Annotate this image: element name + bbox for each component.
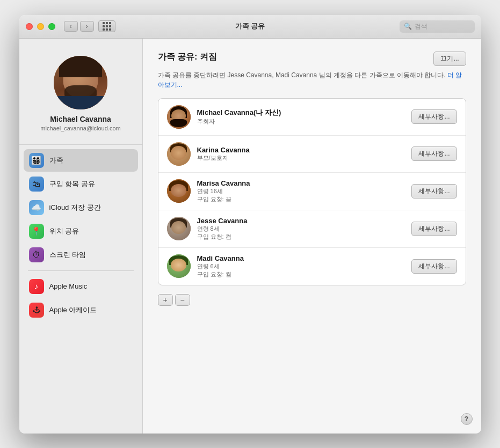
music-icon: ♪ [29, 279, 44, 294]
search-placeholder: 검색 [415, 22, 427, 31]
grid-icon [103, 22, 111, 31]
member-info-marisa: Marisa Cavanna 연령 16세 구입 요청: 끔 [197, 179, 412, 203]
turn-off-button[interactable]: 끄기... [433, 52, 466, 66]
bottom-controls: + − [158, 294, 466, 306]
details-button-jesse[interactable]: 세부사항... [411, 222, 456, 236]
member-name-madi: Madi Cavanna [197, 254, 412, 262]
member-avatar-jesse [167, 217, 191, 240]
details-button-madi[interactable]: 세부사항... [411, 259, 456, 274]
member-sub-jesse: 구입 요청: 켬 [197, 233, 412, 241]
member-role-michael: 주최자 [197, 117, 412, 126]
sidebar-label-family: 가족 [49, 156, 63, 165]
purchase-icon: 🛍 [29, 177, 44, 192]
traffic-lights [26, 23, 55, 30]
member-row-marisa: Marisa Cavanna 연령 16세 구입 요청: 끔 세부사항... [158, 173, 466, 210]
sidebar-item-icloud[interactable]: ☁️ iCloud 저장 공간 [24, 196, 138, 219]
back-icon: ‹ [70, 23, 72, 30]
member-name-marisa: Marisa Cavanna [197, 179, 412, 187]
add-member-button[interactable]: + [158, 294, 173, 306]
sidebar-item-location[interactable]: 📍 위치 공유 [24, 220, 138, 243]
main-window: ‹ › 가족 공유 🔍 검색 [19, 15, 481, 434]
sidebar-item-arcade[interactable]: 🕹 Apple 아케이드 [24, 299, 138, 321]
member-role-marisa: 연령 16세 [197, 187, 412, 195]
sidebar: Michael Cavanna michael_cavanna@icloud.c… [19, 39, 143, 434]
profile-name: Michael Cavanna [50, 115, 111, 123]
details-button-karina[interactable]: 세부사항... [411, 146, 456, 161]
sidebar-item-family[interactable]: 👨‍👩‍👧‍👦 가족 [24, 149, 138, 172]
sidebar-nav-secondary: ♪ Apple Music 🕹 Apple 아케이드 [19, 275, 142, 321]
content-area: Michael Cavanna michael_cavanna@icloud.c… [19, 39, 481, 434]
search-icon: 🔍 [404, 23, 412, 30]
member-avatar-karina [167, 142, 191, 166]
remove-member-button[interactable]: − [175, 294, 190, 306]
sidebar-item-purchase[interactable]: 🛍 구입 항목 공유 [24, 173, 138, 195]
member-role-jesse: 연령 8세 [197, 225, 412, 233]
member-sub-madi: 구입 요청: 켬 [197, 270, 412, 278]
member-row-michael: Michael Cavanna(나 자신) 주최자 세부사항... [158, 99, 466, 136]
window-title: 가족 공유 [235, 21, 265, 31]
close-button[interactable] [26, 23, 33, 30]
member-info-madi: Madi Cavanna 연령 6세 구입 요청: 켬 [197, 254, 412, 278]
main-content: 가족 공유: 켜짐 끄기... 가족 공유를 중단하려면 Jesse Cavan… [143, 39, 481, 434]
family-icon: 👨‍👩‍👧‍👦 [29, 153, 44, 168]
avatar [54, 56, 107, 109]
details-button-marisa[interactable]: 세부사항... [411, 184, 456, 199]
titlebar: ‹ › 가족 공유 🔍 검색 [19, 15, 481, 39]
sidebar-nav-main: 👨‍👩‍👧‍👦 가족 🛍 구입 항목 공유 ☁️ iCloud 저장 공간 [19, 149, 142, 266]
help-button[interactable]: ? [461, 413, 473, 425]
member-row-jesse: Jesse Cavanna 연령 8세 구입 요청: 켬 세부사항... [158, 210, 466, 248]
sidebar-label-music: Apple Music [49, 282, 88, 290]
sidebar-label-location: 위치 공유 [49, 226, 79, 236]
member-name-karina: Karina Cavanna [197, 146, 412, 154]
member-info-karina: Karina Cavanna 부모/보호자 [197, 146, 412, 162]
member-role-madi: 연령 6세 [197, 262, 412, 270]
sidebar-divider [28, 270, 134, 271]
sidebar-label-screentime: 스크린 타임 [49, 250, 86, 260]
members-list: Michael Cavanna(나 자신) 주최자 세부사항... [158, 98, 466, 285]
sidebar-label-arcade: Apple 아케이드 [49, 305, 97, 315]
details-button-michael[interactable]: 세부사항... [411, 109, 456, 124]
sidebar-item-screentime[interactable]: ⏱ 스크린 타임 [24, 244, 138, 266]
member-row-madi: Madi Cavanna 연령 6세 구입 요청: 켬 세부사항... [158, 248, 466, 285]
family-sharing-title: 가족 공유: 켜짐 [158, 52, 217, 61]
member-sub-marisa: 구입 요청: 끔 [197, 195, 412, 203]
sidebar-label-icloud: iCloud 저장 공간 [49, 203, 101, 212]
member-info-jesse: Jesse Cavanna 연령 8세 구입 요청: 켬 [197, 217, 412, 241]
profile-email: michael_cavanna@icloud.com [40, 125, 120, 131]
nav-buttons: ‹ › [64, 20, 115, 32]
member-row-karina: Karina Cavanna 부모/보호자 세부사항... [158, 136, 466, 173]
member-role-karina: 부모/보호자 [197, 154, 412, 162]
sidebar-label-purchase: 구입 항목 공유 [49, 179, 95, 189]
icloud-icon: ☁️ [29, 200, 44, 215]
description-text: 가족 공유를 중단하려면 Jesse Cavanna, Madi Cavanna… [158, 71, 446, 79]
screentime-icon: ⏱ [29, 247, 44, 262]
back-button[interactable]: ‹ [64, 21, 78, 32]
member-name-michael: Michael Cavanna(나 자신) [197, 108, 412, 117]
search-box[interactable]: 🔍 검색 [400, 20, 475, 33]
minimize-button[interactable] [37, 23, 44, 30]
maximize-button[interactable] [48, 23, 55, 30]
arcade-icon: 🕹 [29, 303, 44, 318]
forward-button[interactable]: › [80, 21, 94, 32]
forward-icon: › [86, 23, 88, 30]
member-info-michael: Michael Cavanna(나 자신) 주최자 [197, 108, 412, 126]
description-area: 가족 공유를 중단하려면 Jesse Cavanna, Madi Cavanna… [158, 70, 466, 90]
main-header: 가족 공유: 켜짐 끄기... [158, 52, 466, 66]
profile-section: Michael Cavanna michael_cavanna@icloud.c… [19, 47, 142, 145]
member-avatar-michael [167, 105, 191, 129]
member-avatar-madi [167, 254, 191, 278]
sidebar-item-music[interactable]: ♪ Apple Music [24, 275, 138, 298]
member-avatar-marisa [167, 179, 191, 203]
grid-view-button[interactable] [98, 20, 115, 32]
main-wrapper: 가족 공유: 켜짐 끄기... 가족 공유를 중단하려면 Jesse Cavan… [143, 39, 481, 434]
location-icon: 📍 [29, 224, 44, 239]
member-name-jesse: Jesse Cavanna [197, 217, 412, 225]
family-sharing-heading: 가족 공유: 켜짐 [158, 52, 217, 63]
